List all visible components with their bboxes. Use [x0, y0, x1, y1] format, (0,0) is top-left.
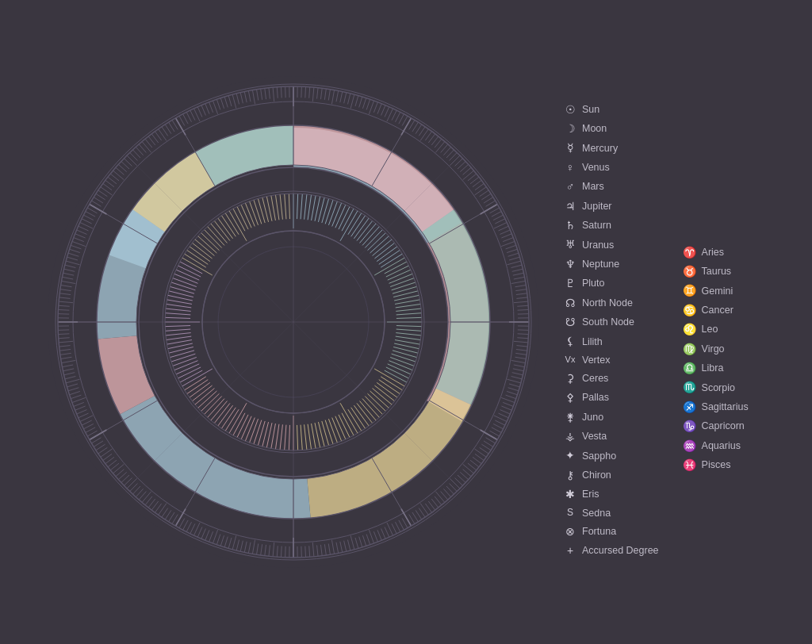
libra-label: Libra — [702, 360, 724, 376]
jupiter-label: Jupiter — [582, 198, 612, 214]
sedna-symbol: S — [563, 505, 577, 520]
zodiac-column: ♈ Aries ♉ Taurus ♊ Gemini ♋ Cancer ♌ Leo… — [683, 101, 749, 474]
legend-scorpio: ♏ Scorpio — [683, 378, 749, 396]
south-node-label: South Node — [582, 314, 634, 330]
saturn-symbol: ♄ — [563, 217, 577, 234]
legend-jupiter: ♃ Jupiter — [563, 197, 659, 215]
cancer-symbol: ♋ — [683, 301, 697, 319]
aries-label: Aries — [702, 244, 724, 260]
legend-leo: ♌ Leo — [683, 320, 749, 338]
capricorn-label: Capricorn — [702, 418, 745, 434]
capricorn-symbol: ♑ — [683, 417, 697, 435]
pluto-symbol: ♇ — [563, 274, 577, 292]
jupiter-symbol: ♃ — [563, 197, 577, 215]
legend-south-node: ☋ South Node — [563, 313, 659, 331]
fortuna-label: Fortuna — [582, 523, 616, 539]
legend-taurus: ♉ Taurus — [683, 263, 749, 280]
ceres-symbol: ⚳ — [563, 370, 577, 387]
uranus-label: Uranus — [582, 237, 614, 253]
vesta-label: Vesta — [582, 428, 607, 444]
legend-sedna: S Sedna — [563, 505, 659, 521]
legend-venus: ♀ Venus — [563, 159, 659, 176]
leo-symbol: ♌ — [683, 320, 697, 338]
scorpio-label: Scorpio — [702, 380, 735, 396]
moon-symbol: ☽ — [563, 120, 577, 137]
scorpio-symbol: ♏ — [683, 378, 697, 396]
north-node-symbol: ☊ — [563, 294, 577, 312]
pallas-symbol: ⚴ — [563, 389, 577, 406]
sun-label: Sun — [582, 102, 599, 117]
mars-label: Mars — [582, 178, 604, 194]
gemini-label: Gemini — [702, 283, 733, 299]
accursed-symbol: + — [563, 542, 577, 559]
planets-column: ☉ Sun ☽ Moon ☿ Mercury ♀ Venus ♂ Mars ♃ … — [563, 101, 659, 560]
legend-cancer: ♋ Cancer — [683, 301, 749, 319]
eris-label: Eris — [582, 486, 599, 502]
legend-ceres: ⚳ Ceres — [563, 370, 659, 387]
legend-lilith: ⚸ Lilith — [563, 332, 659, 350]
legend-fortuna: ⊗ Fortuna — [563, 523, 659, 540]
pallas-label: Pallas — [582, 389, 609, 405]
sagittarius-symbol: ♐ — [683, 398, 697, 416]
uranus-symbol: ♅ — [563, 236, 577, 253]
legend-aquarius: ♒ Aquarius — [683, 437, 749, 454]
legend-capricorn: ♑ Capricorn — [683, 417, 749, 435]
saturn-label: Saturn — [582, 217, 611, 233]
pluto-label: Pluto — [582, 275, 605, 291]
lilith-symbol: ⚸ — [563, 332, 577, 350]
mercury-label: Mercury — [582, 140, 618, 156]
pisces-label: Pisces — [702, 457, 731, 473]
taurus-symbol: ♉ — [683, 263, 697, 280]
legend-chiron: ⚷ Chiron — [563, 466, 659, 484]
gemini-symbol: ♊ — [683, 282, 697, 299]
juno-symbol: ⚵ — [563, 408, 577, 426]
fortuna-symbol: ⊗ — [563, 523, 577, 540]
ceres-label: Ceres — [582, 370, 608, 386]
pisces-symbol: ♓ — [683, 456, 697, 473]
sun-symbol: ☉ — [563, 101, 577, 118]
legend-container: ☉ Sun ☽ Moon ☿ Mercury ♀ Venus ♂ Mars ♃ … — [563, 85, 749, 560]
sappho-symbol: ✦ — [563, 447, 577, 464]
aries-symbol: ♈ — [683, 243, 697, 261]
legend-pluto: ♇ Pluto — [563, 274, 659, 292]
vesta-symbol: ⚶ — [563, 427, 577, 445]
chiron-symbol: ⚷ — [563, 466, 577, 484]
virgo-label: Virgo — [702, 341, 725, 357]
legend-uranus: ♅ Uranus — [563, 236, 659, 253]
venus-symbol: ♀ — [563, 159, 577, 176]
legend-virgo: ♍ Virgo — [683, 340, 749, 358]
neptune-label: Neptune — [582, 256, 619, 272]
virgo-symbol: ♍ — [683, 340, 697, 358]
legend-vesta: ⚶ Vesta — [563, 427, 659, 445]
libra-symbol: ♎ — [683, 359, 697, 377]
legend-saturn: ♄ Saturn — [563, 217, 659, 234]
taurus-label: Taurus — [702, 263, 732, 279]
north-node-label: North Node — [582, 295, 633, 311]
venus-label: Venus — [582, 159, 610, 175]
sedna-label: Sedna — [582, 505, 611, 521]
legend-sagittarius: ♐ Sagittarius — [683, 398, 749, 416]
legend-pallas: ⚴ Pallas — [563, 389, 659, 406]
lilith-label: Lilith — [582, 334, 603, 350]
juno-label: Juno — [582, 409, 603, 425]
legend-eris: ✱ Eris — [563, 485, 659, 503]
legend-juno: ⚵ Juno — [563, 408, 659, 426]
astrological-chart — [48, 76, 539, 568]
vertex-label: Vertex — [582, 352, 610, 368]
aquarius-label: Aquarius — [702, 438, 741, 454]
legend-north-node: ☊ North Node — [563, 294, 659, 312]
legend-libra: ♎ Libra — [683, 359, 749, 377]
legend-moon: ☽ Moon — [563, 120, 659, 137]
eris-symbol: ✱ — [563, 485, 577, 503]
leo-label: Leo — [702, 321, 718, 337]
accursed-label: Accursed Degree — [582, 542, 659, 558]
legend-aries: ♈ Aries — [683, 243, 749, 261]
mercury-symbol: ☿ — [563, 139, 577, 156]
sappho-label: Sappho — [582, 448, 616, 464]
chiron-label: Chiron — [582, 467, 611, 483]
legend-sappho: ✦ Sappho — [563, 447, 659, 464]
sagittarius-label: Sagittarius — [702, 399, 749, 415]
legend-vertex: Vx Vertex — [563, 352, 659, 368]
south-node-symbol: ☋ — [563, 313, 577, 331]
legend-accursed: + Accursed Degree — [563, 542, 659, 559]
